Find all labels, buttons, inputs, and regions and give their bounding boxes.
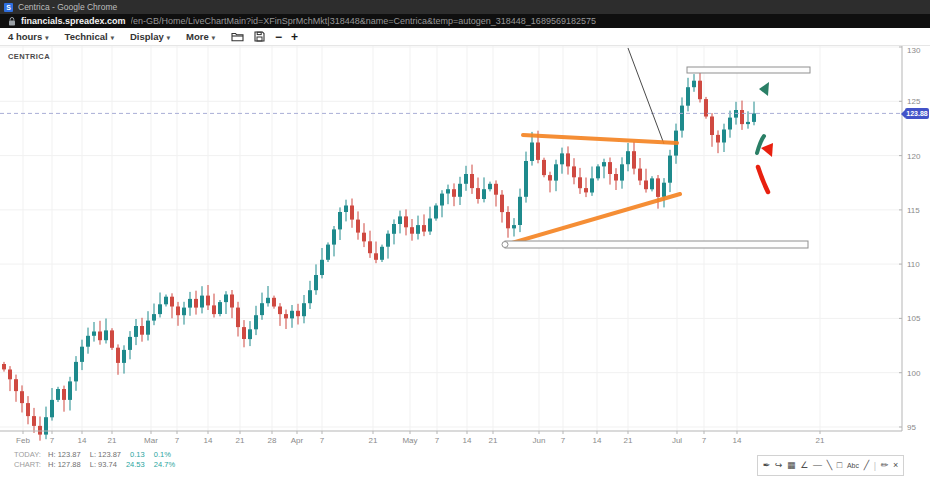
y-axis-tick-label: 105 (907, 314, 921, 323)
horizontal-line-icon[interactable]: — (813, 461, 822, 470)
menu-more[interactable]: More ▾ (186, 31, 215, 42)
caret-down-icon: ▾ (167, 34, 170, 42)
x-axis-tick-label: Mar (144, 436, 158, 445)
close-icon[interactable]: × (893, 461, 898, 470)
legend-today-label: TODAY: (14, 450, 46, 460)
save-icon[interactable] (254, 31, 265, 42)
legend-chart-pct: 24.7% (154, 460, 175, 470)
grid-layer (0, 46, 902, 431)
x-axis-tick-label: 14 (593, 436, 602, 445)
x-axis-tick-label: 14 (204, 436, 213, 445)
caret-down-icon: ▾ (111, 34, 114, 42)
x-axis-tick-label: Feb (16, 436, 30, 445)
lock-icon (8, 17, 16, 26)
x-axis-tick-label: 7 (50, 436, 55, 445)
caret-down-icon: ▾ (45, 34, 48, 42)
window-titlebar: S Centrica - Google Chrome (0, 0, 930, 14)
x-axis-tick-label: 21 (108, 436, 117, 445)
text-icon[interactable]: Abc (847, 462, 859, 469)
x-axis-tick-label: 7 (435, 436, 440, 445)
x-axis-tick-label: 14 (733, 436, 742, 445)
trendline-icon[interactable]: ╲ (827, 461, 832, 470)
menu-technical-label: Technical (65, 31, 108, 42)
x-axis-tick-label: 21 (369, 436, 378, 445)
legend-chart-change: 24.53 (126, 460, 145, 470)
current-price-badge: 123.88 (905, 108, 929, 119)
address-bar[interactable]: financials.spreadex.com/en-GB/Home/LiveC… (0, 14, 930, 28)
legend-chart-low: L: 93.74 (90, 460, 117, 470)
candlestick-chart[interactable]: Feb71421Mar7142128Apr721May71421Jun71421… (0, 46, 930, 497)
down-arrow-icon[interactable] (758, 143, 773, 192)
zoom-out-button[interactable]: − (275, 32, 282, 42)
menu-display[interactable]: Display ▾ (130, 31, 170, 42)
legend-chart-high: H: 127.88 (48, 460, 81, 470)
x-axis-tick-label: Jun (533, 436, 546, 445)
y-axis-tick-label: 100 (907, 369, 921, 378)
x-axis-tick-label: 21 (489, 436, 498, 445)
y-axis-tick-label: 110 (907, 260, 920, 269)
x-axis-tick-label: 14 (463, 436, 472, 445)
legend-today-pct: 0.1% (154, 450, 171, 460)
candles-layer (2, 69, 756, 441)
rectangle-handle[interactable] (502, 242, 508, 248)
y-axis-tick-label: 95 (907, 423, 916, 432)
annotations-layer (502, 48, 810, 248)
drawing-toolbar: ✒↪▦∠—╲□Abc╱|✏× (757, 455, 904, 476)
x-axis-tick-label: 7 (561, 436, 566, 445)
x-axis-tick-label: 7 (320, 436, 325, 445)
x-axis-tick-label: 14 (78, 436, 87, 445)
x-axis-tick-label: May (402, 436, 417, 445)
trend-line[interactable] (508, 194, 680, 244)
x-axis-tick-label: 7 (175, 436, 180, 445)
legend-today-low: L: 123.87 (90, 450, 121, 460)
diagonal-line-icon[interactable]: ╱ (864, 461, 869, 470)
x-axis-tick-label: 28 (268, 436, 277, 445)
legend-row-today: TODAY: H: 123.87 L: 123.87 0.13 0.1% (14, 450, 182, 460)
legend-chart-label: CHART: (14, 460, 46, 470)
y-axis-tick-label: 125 (907, 97, 921, 106)
x-axis-tick-label: Apr (291, 436, 304, 445)
zone-rectangle[interactable] (687, 67, 810, 73)
x-axis-tick-label: Jul (672, 436, 682, 445)
legend-today-change: 0.13 (130, 450, 145, 460)
trend-line[interactable] (523, 135, 677, 143)
url-path: /en-GB/Home/LiveChartMain?id=XFinSprMchM… (131, 16, 596, 26)
zoom-in-button[interactable]: + (291, 32, 298, 42)
x-axis-tick-label: 7 (702, 436, 707, 445)
x-axis-tick-label: 21 (816, 436, 825, 445)
y-axis-tick-label: 130 (907, 46, 921, 55)
y-axis-tick-label: 120 (907, 152, 921, 161)
menu-more-label: More (186, 31, 209, 42)
x-axis-tick-label: 21 (236, 436, 245, 445)
menu-timeframe[interactable]: 4 hours ▾ (8, 31, 49, 42)
caret-down-icon: ▾ (212, 34, 215, 42)
legend-today-high: H: 123.87 (48, 450, 81, 460)
ohlc-legend: TODAY: H: 123.87 L: 123.87 0.13 0.1% CHA… (14, 450, 182, 470)
menu-timeframe-label: 4 hours (8, 31, 42, 42)
spreadex-favicon-icon: S (4, 3, 13, 12)
menu-display-label: Display (130, 31, 164, 42)
y-axis-tick-label: 115 (907, 206, 920, 215)
symbol-label: CENTRICA (8, 52, 50, 61)
up-arrow-icon[interactable] (757, 82, 769, 153)
menu-technical[interactable]: Technical ▾ (65, 31, 114, 42)
chart-area: Feb71421Mar7142128Apr721May71421Jun71421… (0, 46, 930, 497)
rectangle-icon[interactable]: □ (837, 461, 842, 470)
zone-rectangle[interactable] (505, 241, 808, 248)
pointer-line[interactable] (628, 48, 664, 144)
window-title: Centrica - Google Chrome (18, 2, 117, 12)
chart-toolbar: 4 hours ▾ Technical ▾ Display ▾ More ▾ −… (0, 28, 930, 46)
grid-icon[interactable]: ▦ (787, 461, 796, 470)
pencil-icon[interactable]: ✏ (881, 461, 889, 470)
curved-arrow-icon[interactable]: ↪ (775, 461, 783, 470)
angle-lines-icon[interactable]: ∠ (800, 461, 808, 470)
marker-icon[interactable]: ✒ (763, 461, 771, 470)
url-domain: financials.spreadex.com (21, 16, 126, 26)
open-folder-icon[interactable] (231, 31, 244, 42)
legend-row-chart: CHART: H: 127.88 L: 93.74 24.53 24.7% (14, 460, 182, 470)
separator: | (874, 461, 876, 471)
x-axis-tick-label: 21 (624, 436, 633, 445)
